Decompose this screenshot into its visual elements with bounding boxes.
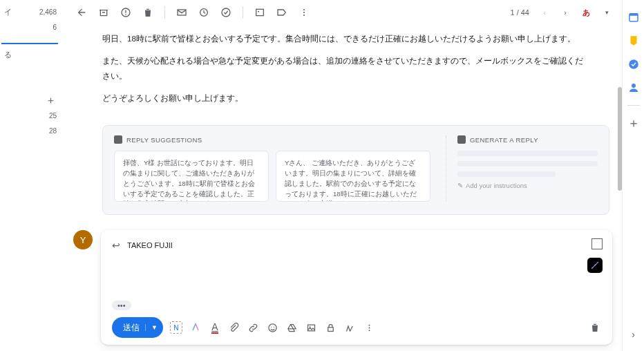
compose-toolbar: 送信 ▼ N A <box>112 317 601 338</box>
emoji-icon[interactable] <box>267 321 279 334</box>
more-icon[interactable] <box>299 7 310 18</box>
svg-point-19 <box>369 330 370 331</box>
label-icon[interactable] <box>276 7 287 18</box>
page-counter: 1 / 44 <box>510 8 529 17</box>
sidebar-count: 28 <box>49 127 57 135</box>
magic-write-icon[interactable] <box>189 321 202 334</box>
email-paragraph: また、天候が心配される場合や急な予定変更がある場合は、追加の連絡をさせていただき… <box>102 54 590 84</box>
svg-point-10 <box>303 15 305 16</box>
sidebar-label: イ <box>4 7 12 17</box>
move-icon[interactable] <box>254 7 265 18</box>
add-instructions-link[interactable]: ✎ Add your instructions <box>457 182 598 189</box>
reply-type-icon[interactable]: ↩ <box>112 240 120 251</box>
compose-row: Y ↩ TAKEO FUJII ••• 送信 ▼ N <box>64 230 618 345</box>
svg-rect-16 <box>328 328 334 332</box>
skeleton-line <box>457 151 598 156</box>
sidebar-count: 25 <box>49 112 57 120</box>
format-icon[interactable]: A <box>209 321 221 334</box>
sidebar-active-indicator <box>1 35 58 44</box>
sidebar-row[interactable]: イ 2,468 <box>0 4 64 19</box>
delete-icon[interactable] <box>142 7 153 18</box>
attach-icon[interactable] <box>228 321 240 334</box>
reply-suggestions-title: REPLY SUGGESTIONS <box>114 135 430 144</box>
link-icon[interactable] <box>247 321 260 334</box>
back-icon[interactable] <box>76 7 87 18</box>
svg-rect-14 <box>308 325 315 331</box>
signature-icon[interactable] <box>344 321 357 334</box>
get-addons-icon[interactable]: ＋ <box>627 117 640 129</box>
email-paragraph: 明日、18時に駅前で皆様とお会いする予定です。集合時間には、できるだけ正確にお越… <box>102 32 590 47</box>
reply-suggestions-card: REPLY SUGGESTIONS 拝啓、Y様 お世話になっております。明日の集… <box>102 125 609 215</box>
input-method-caret-icon[interactable]: ▾ <box>601 7 612 18</box>
collapse-panel-icon[interactable]: › <box>632 329 635 340</box>
ai-compose-icon[interactable]: N <box>170 321 182 334</box>
email-body: 明日、18時に駅前で皆様とお会いする予定です。集合時間には、できるだけ正確にお越… <box>64 25 618 121</box>
reply-suggestion-option[interactable]: Yさん、 ご連絡いただき、ありがとうございます。明日の集まりについて、詳細を確認… <box>276 151 430 202</box>
generate-reply-title: GENERATE A REPLY <box>457 135 598 144</box>
more-compose-icon[interactable] <box>363 321 376 334</box>
sidebar-row[interactable]: る <box>0 47 64 62</box>
toolbar-separator <box>243 6 243 19</box>
svg-point-9 <box>303 12 305 13</box>
svg-point-5 <box>222 8 230 17</box>
svg-point-8 <box>303 9 305 10</box>
mark-unread-icon[interactable] <box>176 7 187 18</box>
sparkle-icon <box>114 135 122 144</box>
svg-point-17 <box>369 325 370 326</box>
sidebar-count-row: 28 <box>0 123 64 138</box>
discard-draft-icon[interactable] <box>589 321 601 334</box>
compose-box: ↩ TAKEO FUJII ••• 送信 ▼ N <box>101 230 612 345</box>
sidebar-row[interactable]: 6 <box>0 19 64 35</box>
skeleton-line <box>457 161 598 167</box>
svg-point-2 <box>125 14 126 15</box>
svg-point-7 <box>258 11 259 12</box>
svg-point-23 <box>632 84 636 88</box>
compose-header: ↩ TAKEO FUJII <box>112 240 601 251</box>
send-options-caret-icon[interactable]: ▼ <box>145 324 158 331</box>
toolbar-separator <box>164 6 165 19</box>
send-button[interactable]: 送信 ▼ <box>112 317 163 338</box>
ai-wand-icon[interactable] <box>587 258 603 273</box>
email-paragraph: どうぞよろしくお願い申し上げます。 <box>102 91 590 106</box>
sidebar-plus-row: ＋ <box>0 93 64 108</box>
compose-textarea[interactable] <box>112 251 601 298</box>
recipient-name[interactable]: TAKEO FUJII <box>127 241 173 249</box>
sidebar-label: る <box>4 50 12 60</box>
svg-point-11 <box>269 324 276 332</box>
keep-addon-icon[interactable] <box>627 35 640 47</box>
addon-separator <box>627 105 640 106</box>
svg-point-12 <box>271 327 272 328</box>
trimmed-content-toggle[interactable]: ••• <box>112 301 131 310</box>
sidebar-count: 2,468 <box>39 8 57 16</box>
svg-rect-6 <box>256 9 264 15</box>
side-addon-panel: ＋ › <box>622 0 644 351</box>
sidebar-count: 6 <box>53 23 57 31</box>
task-icon[interactable] <box>220 7 231 18</box>
next-page-icon[interactable]: › <box>560 7 571 18</box>
archive-icon[interactable] <box>98 7 109 18</box>
content-area: 1 / 44 ‹ › あ ▾ 明日、18時に駅前で皆様とお会いする予定です。集合… <box>64 0 622 351</box>
popout-icon[interactable] <box>591 238 603 249</box>
tasks-addon-icon[interactable] <box>627 58 640 70</box>
spam-icon[interactable] <box>120 7 131 18</box>
calendar-addon-icon[interactable] <box>627 11 640 23</box>
avatar: Y <box>73 230 93 249</box>
reply-suggestion-option[interactable]: 拝啓、Y様 お世話になっております。明日の集まりに関して、ご連絡いただきありがと… <box>114 151 269 202</box>
image-icon[interactable] <box>305 321 318 334</box>
skeleton-line <box>457 171 556 177</box>
contacts-addon-icon[interactable] <box>627 82 640 94</box>
svg-point-13 <box>274 327 274 328</box>
sparkle-icon <box>457 135 466 144</box>
prev-page-icon[interactable]: ‹ <box>539 7 550 18</box>
svg-point-22 <box>629 59 638 69</box>
add-label-button[interactable]: ＋ <box>44 94 57 106</box>
drive-icon[interactable] <box>286 321 299 334</box>
confidential-icon[interactable] <box>325 321 337 334</box>
input-method-icon[interactable]: あ <box>580 7 591 18</box>
left-sidebar: イ 2,468 6 る ＋ 25 28 <box>0 0 64 351</box>
toolbar: 1 / 44 ‹ › あ ▾ <box>64 0 618 25</box>
snooze-icon[interactable] <box>198 7 209 18</box>
svg-point-18 <box>369 327 370 328</box>
sidebar-count-row: 25 <box>0 108 64 123</box>
pencil-icon: ✎ <box>457 182 463 189</box>
